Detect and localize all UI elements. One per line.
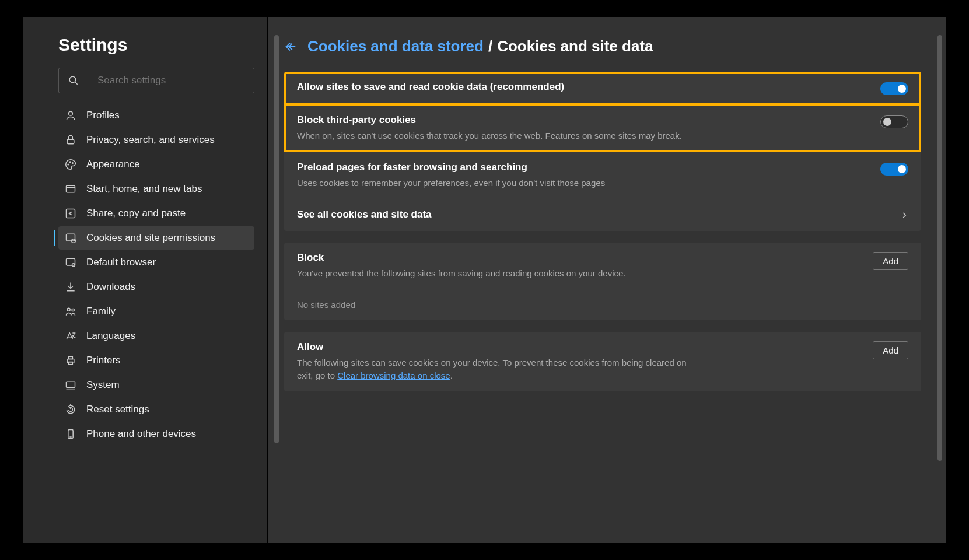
allow-cookies-row: Allow sites to save and read cookie data…	[284, 72, 921, 104]
block-add-button[interactable]: Add	[873, 252, 908, 270]
sidebar-item-label: Reset settings	[86, 404, 149, 415]
svg-point-5	[69, 162, 71, 163]
block-title: Block	[297, 252, 625, 264]
allow-header-row: Allow The following sites can save cooki…	[284, 332, 921, 391]
svg-point-14	[67, 308, 70, 311]
allow-desc: The following sites can save cookies on …	[297, 356, 694, 382]
family-icon	[64, 305, 77, 318]
sidebar-item-downloads[interactable]: Downloads	[58, 275, 254, 299]
svg-point-6	[72, 163, 74, 164]
sidebar-item-label: Cookies and site permissions	[86, 232, 215, 244]
svg-rect-17	[69, 356, 73, 359]
sidebar-item-label: Appearance	[86, 159, 140, 170]
svg-rect-3	[67, 139, 74, 144]
profile-icon	[64, 109, 77, 122]
search-settings-input[interactable]	[97, 75, 246, 86]
sidebar-item-reset[interactable]: Reset settings	[58, 398, 254, 421]
sidebar-item-default-browser[interactable]: Default browser	[58, 251, 254, 274]
sidebar-item-cookies[interactable]: Cookies and site permissions	[58, 226, 254, 250]
sidebar-item-label: Share, copy and paste	[86, 208, 186, 219]
svg-rect-10	[67, 234, 75, 241]
content-scrollbar[interactable]	[937, 35, 942, 461]
sidebar-item-label: Default browser	[86, 257, 156, 268]
sidebar-item-phone[interactable]: Phone and other devices	[58, 422, 254, 446]
block-header-row: Block You've prevented the following sit…	[284, 243, 921, 289]
svg-rect-19	[67, 382, 75, 387]
svg-point-4	[68, 164, 69, 165]
sidebar-item-label: Printers	[86, 355, 121, 366]
breadcrumb-current: Cookies and site data	[497, 37, 653, 55]
sidebar-scrollbar[interactable]	[274, 35, 279, 443]
svg-point-15	[72, 309, 74, 311]
sidebar-item-label: System	[86, 379, 120, 391]
svg-point-2	[69, 111, 73, 116]
lock-icon	[64, 134, 77, 146]
breadcrumb: Cookies and data stored / Cookies and si…	[284, 37, 921, 55]
block-empty-state: No sites added	[284, 289, 921, 320]
sidebar-item-family[interactable]: Family	[58, 300, 254, 323]
see-all-cookies-title: See all cookies and site data	[297, 209, 432, 220]
settings-sidebar: Settings Profiles Privacy, search, and s…	[23, 18, 267, 542]
breadcrumb-separator: /	[488, 37, 492, 55]
share-icon	[64, 207, 77, 220]
sidebar-item-label: Phone and other devices	[86, 428, 196, 440]
sidebar-item-label: Profiles	[86, 110, 120, 121]
block-third-party-row: Block third-party cookies When on, sites…	[284, 104, 921, 152]
search-icon	[67, 74, 80, 87]
settings-content: Cookies and data stored / Cookies and si…	[268, 18, 946, 542]
allow-cookies-title: Allow sites to save and read cookie data…	[297, 81, 564, 93]
allow-title: Allow	[297, 341, 694, 353]
printer-icon	[64, 354, 77, 367]
allow-desc-post: .	[450, 370, 453, 380]
sidebar-item-appearance[interactable]: Appearance	[58, 153, 254, 176]
block-third-party-desc: When on, sites can't use cookies that tr…	[297, 130, 682, 142]
chevron-right-icon	[900, 211, 908, 222]
phone-icon	[64, 428, 77, 440]
svg-line-1	[75, 82, 78, 85]
browser-icon	[64, 256, 77, 269]
reset-icon	[64, 403, 77, 416]
preload-row: Preload pages for faster browsing and se…	[284, 152, 921, 199]
sidebar-item-share[interactable]: Share, copy and paste	[58, 202, 254, 225]
settings-title: Settings	[58, 35, 254, 55]
sidebar-item-start[interactable]: Start, home, and new tabs	[58, 177, 254, 201]
clear-browsing-data-link[interactable]: Clear browsing data on close	[337, 370, 450, 380]
back-button[interactable]	[284, 40, 297, 53]
preload-desc: Uses cookies to remember your preference…	[297, 177, 605, 190]
svg-rect-7	[67, 186, 75, 192]
tabs-icon	[64, 183, 77, 195]
search-settings-box[interactable]	[58, 68, 254, 93]
breadcrumb-parent-link[interactable]: Cookies and data stored	[307, 37, 484, 55]
block-sites-card: Block You've prevented the following sit…	[284, 243, 921, 321]
block-third-party-toggle[interactable]	[880, 116, 908, 128]
sidebar-item-label: Downloads	[86, 281, 135, 293]
settings-window: Settings Profiles Privacy, search, and s…	[23, 18, 946, 542]
preload-toggle[interactable]	[880, 163, 908, 176]
sidebar-item-label: Start, home, and new tabs	[86, 183, 202, 195]
download-icon	[64, 281, 77, 293]
sidebar-item-label: Privacy, search, and services	[86, 134, 215, 146]
sidebar-item-label: Languages	[86, 330, 135, 342]
sidebar-item-label: Family	[86, 306, 116, 317]
svg-point-0	[69, 76, 76, 83]
cookie-settings-card: Allow sites to save and read cookie data…	[284, 72, 921, 231]
see-all-cookies-row[interactable]: See all cookies and site data	[284, 199, 921, 231]
allow-sites-card: Allow The following sites can save cooki…	[284, 332, 921, 391]
sidebar-item-privacy[interactable]: Privacy, search, and services	[58, 128, 254, 152]
sidebar-item-printers[interactable]: Printers	[58, 349, 254, 372]
sidebar-item-profiles[interactable]: Profiles	[58, 104, 254, 127]
allow-cookies-toggle[interactable]	[880, 82, 908, 95]
block-desc: You've prevented the following sites fro…	[297, 267, 625, 280]
languages-icon	[64, 330, 77, 342]
sidebar-item-system[interactable]: System	[58, 373, 254, 397]
svg-rect-9	[67, 209, 75, 218]
paint-icon	[64, 158, 77, 171]
system-icon	[64, 379, 77, 391]
cookie-permissions-icon	[64, 232, 77, 244]
preload-title: Preload pages for faster browsing and se…	[297, 162, 605, 173]
sidebar-item-languages[interactable]: Languages	[58, 324, 254, 348]
block-third-party-title: Block third-party cookies	[297, 114, 682, 126]
allow-add-button[interactable]: Add	[873, 341, 908, 359]
